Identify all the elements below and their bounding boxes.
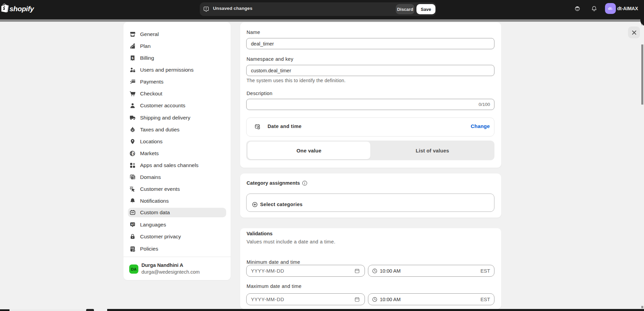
svg-text:$: $	[132, 56, 134, 60]
svg-text:$: $	[133, 152, 135, 156]
svg-text:A: A	[131, 223, 133, 226]
